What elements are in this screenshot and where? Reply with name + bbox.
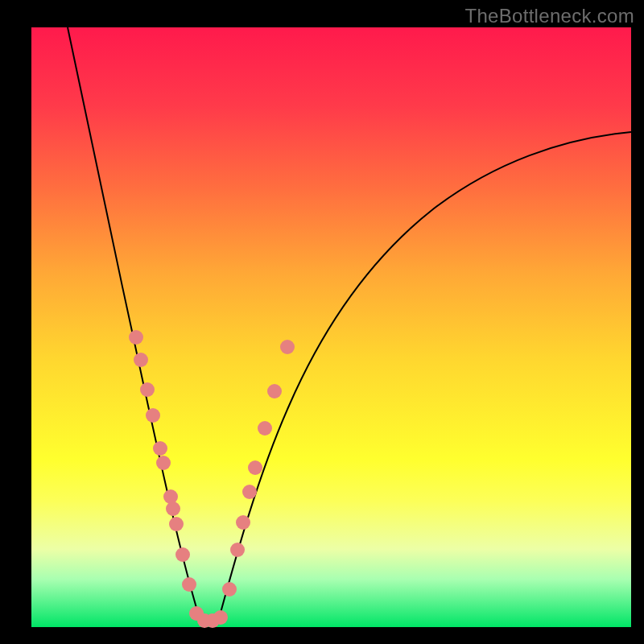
dot [134,353,148,367]
dot [153,441,167,456]
dot [163,489,178,504]
chart-frame: TheBottleneck.com [0,0,644,644]
bottleneck-curve [31,27,631,627]
dot [236,515,250,530]
dot [129,330,143,345]
watermark-text: TheBottleneck.com [464,5,634,27]
dot [222,582,237,597]
dot [175,547,190,562]
dot [213,610,228,625]
dot [166,502,180,516]
dot [146,408,160,423]
dot [280,340,295,354]
dot [242,485,257,499]
curve-left-branch [68,27,200,621]
curve-right-branch [218,132,631,621]
dot [140,382,155,397]
dot [156,456,171,470]
dot [258,421,272,436]
dot [169,517,184,531]
dot [182,577,196,592]
plot-area [31,27,631,627]
dot [230,543,245,557]
dot [267,384,282,398]
dot [248,460,262,475]
curve-dots [129,330,295,628]
